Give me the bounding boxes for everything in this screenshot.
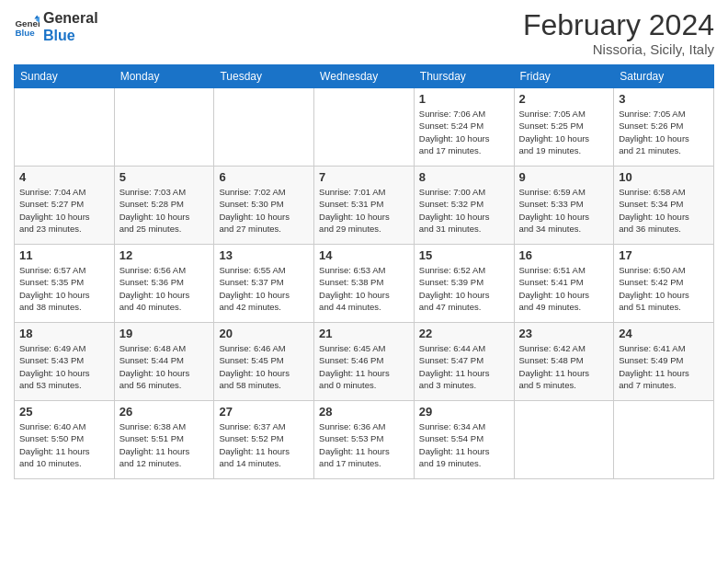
day-number: 23 [519,327,609,340]
day-info: Sunrise: 6:52 AM Sunset: 5:39 PM Dayligh… [419,264,509,313]
table-row [314,88,415,167]
day-info: Sunrise: 7:02 AM Sunset: 5:30 PM Dayligh… [219,186,309,235]
day-number: 12 [119,248,210,262]
day-info: Sunrise: 6:36 AM Sunset: 5:53 PM Dayligh… [319,420,409,469]
table-row: 10Sunrise: 6:58 AM Sunset: 5:34 PM Dayli… [614,167,714,245]
table-row: 23Sunrise: 6:42 AM Sunset: 5:48 PM Dayli… [514,323,614,401]
col-thursday: Thursday [414,65,514,88]
day-number: 5 [119,170,210,184]
header: General Blue General Blue February 2024 … [14,9,714,57]
table-row: 18Sunrise: 6:49 AM Sunset: 5:43 PM Dayli… [15,323,115,401]
day-number: 26 [119,405,210,419]
calendar-week-row: 4Sunrise: 7:04 AM Sunset: 5:27 PM Daylig… [15,167,714,245]
day-number: 2 [519,92,609,106]
day-info: Sunrise: 6:38 AM Sunset: 5:51 PM Dayligh… [119,420,210,469]
day-info: Sunrise: 6:44 AM Sunset: 5:47 PM Dayligh… [419,342,509,391]
table-row: 21Sunrise: 6:45 AM Sunset: 5:46 PM Dayli… [314,323,415,401]
table-row: 2Sunrise: 7:05 AM Sunset: 5:25 PM Daylig… [514,88,614,167]
table-row: 3Sunrise: 7:05 AM Sunset: 5:26 PM Daylig… [614,88,714,167]
table-row: 13Sunrise: 6:55 AM Sunset: 5:37 PM Dayli… [214,245,314,323]
day-info: Sunrise: 6:57 AM Sunset: 5:35 PM Dayligh… [19,264,109,313]
table-row [15,88,115,167]
table-row [514,401,614,479]
table-row: 27Sunrise: 6:37 AM Sunset: 5:52 PM Dayli… [214,401,314,479]
day-info: Sunrise: 6:51 AM Sunset: 5:41 PM Dayligh… [519,264,609,313]
day-number: 1 [419,92,509,106]
day-number: 13 [219,248,309,262]
day-info: Sunrise: 6:42 AM Sunset: 5:48 PM Dayligh… [519,342,609,391]
col-saturday: Saturday [614,65,714,88]
table-row: 29Sunrise: 6:34 AM Sunset: 5:54 PM Dayli… [414,401,514,479]
table-row [614,401,714,479]
calendar-week-row: 1Sunrise: 7:06 AM Sunset: 5:24 PM Daylig… [15,88,714,167]
calendar-header-row: Sunday Monday Tuesday Wednesday Thursday… [15,65,714,88]
day-info: Sunrise: 7:00 AM Sunset: 5:32 PM Dayligh… [419,186,509,235]
table-row: 1Sunrise: 7:06 AM Sunset: 5:24 PM Daylig… [414,88,514,167]
logo: General Blue General Blue [14,9,98,44]
col-friday: Friday [514,65,614,88]
day-number: 11 [19,248,109,262]
day-info: Sunrise: 6:40 AM Sunset: 5:50 PM Dayligh… [19,420,109,469]
day-number: 29 [419,405,509,419]
day-info: Sunrise: 6:59 AM Sunset: 5:33 PM Dayligh… [519,186,609,235]
table-row: 4Sunrise: 7:04 AM Sunset: 5:27 PM Daylig… [15,167,115,245]
day-number: 9 [519,170,609,184]
table-row: 24Sunrise: 6:41 AM Sunset: 5:49 PM Dayli… [614,323,714,401]
table-row: 5Sunrise: 7:03 AM Sunset: 5:28 PM Daylig… [114,167,214,245]
col-tuesday: Tuesday [214,65,314,88]
day-number: 17 [619,248,709,262]
day-info: Sunrise: 6:56 AM Sunset: 5:36 PM Dayligh… [119,264,210,313]
col-wednesday: Wednesday [314,65,415,88]
day-number: 4 [19,170,109,184]
table-row: 15Sunrise: 6:52 AM Sunset: 5:39 PM Dayli… [414,245,514,323]
day-number: 25 [19,405,109,419]
day-number: 27 [219,405,309,419]
logo-text-blue: Blue [43,27,98,44]
day-info: Sunrise: 6:50 AM Sunset: 5:42 PM Dayligh… [619,264,709,313]
calendar-week-row: 25Sunrise: 6:40 AM Sunset: 5:50 PM Dayli… [15,401,714,479]
day-number: 18 [19,327,109,340]
table-row: 14Sunrise: 6:53 AM Sunset: 5:38 PM Dayli… [314,245,415,323]
day-number: 8 [419,170,509,184]
table-row [114,88,214,167]
day-info: Sunrise: 6:48 AM Sunset: 5:44 PM Dayligh… [119,342,210,391]
location-subtitle: Nissoria, Sicily, Italy [523,41,714,57]
day-info: Sunrise: 7:06 AM Sunset: 5:24 PM Dayligh… [419,108,509,156]
table-row: 28Sunrise: 6:36 AM Sunset: 5:53 PM Dayli… [314,401,415,479]
logo-text-general: General [43,9,98,27]
day-number: 10 [619,170,709,184]
col-sunday: Sunday [15,65,115,88]
table-row: 6Sunrise: 7:02 AM Sunset: 5:30 PM Daylig… [214,167,314,245]
col-monday: Monday [114,65,214,88]
day-info: Sunrise: 6:58 AM Sunset: 5:34 PM Dayligh… [619,186,709,235]
calendar-table: Sunday Monday Tuesday Wednesday Thursday… [14,64,714,479]
table-row: 17Sunrise: 6:50 AM Sunset: 5:42 PM Dayli… [614,245,714,323]
day-info: Sunrise: 6:46 AM Sunset: 5:45 PM Dayligh… [219,342,309,391]
day-number: 14 [319,248,409,262]
day-info: Sunrise: 7:05 AM Sunset: 5:25 PM Dayligh… [519,108,609,156]
day-number: 28 [319,405,409,419]
table-row: 7Sunrise: 7:01 AM Sunset: 5:31 PM Daylig… [314,167,415,245]
table-row: 8Sunrise: 7:00 AM Sunset: 5:32 PM Daylig… [414,167,514,245]
day-info: Sunrise: 7:04 AM Sunset: 5:27 PM Dayligh… [19,186,109,235]
day-number: 15 [419,248,509,262]
table-row: 16Sunrise: 6:51 AM Sunset: 5:41 PM Dayli… [514,245,614,323]
day-number: 24 [619,327,709,340]
day-number: 16 [519,248,609,262]
day-info: Sunrise: 6:34 AM Sunset: 5:54 PM Dayligh… [419,420,509,469]
day-number: 3 [619,92,709,106]
day-number: 22 [419,327,509,340]
day-info: Sunrise: 6:49 AM Sunset: 5:43 PM Dayligh… [19,342,109,391]
day-number: 6 [219,170,309,184]
day-info: Sunrise: 6:45 AM Sunset: 5:46 PM Dayligh… [319,342,409,391]
day-info: Sunrise: 6:55 AM Sunset: 5:37 PM Dayligh… [219,264,309,313]
day-info: Sunrise: 7:03 AM Sunset: 5:28 PM Dayligh… [119,186,210,235]
table-row [214,88,314,167]
day-info: Sunrise: 6:41 AM Sunset: 5:49 PM Dayligh… [619,342,709,391]
day-info: Sunrise: 7:05 AM Sunset: 5:26 PM Dayligh… [619,108,709,156]
day-info: Sunrise: 6:53 AM Sunset: 5:38 PM Dayligh… [319,264,409,313]
table-row: 26Sunrise: 6:38 AM Sunset: 5:51 PM Dayli… [114,401,214,479]
table-row: 12Sunrise: 6:56 AM Sunset: 5:36 PM Dayli… [114,245,214,323]
day-number: 19 [119,327,210,340]
month-title: February 2024 [523,9,714,41]
